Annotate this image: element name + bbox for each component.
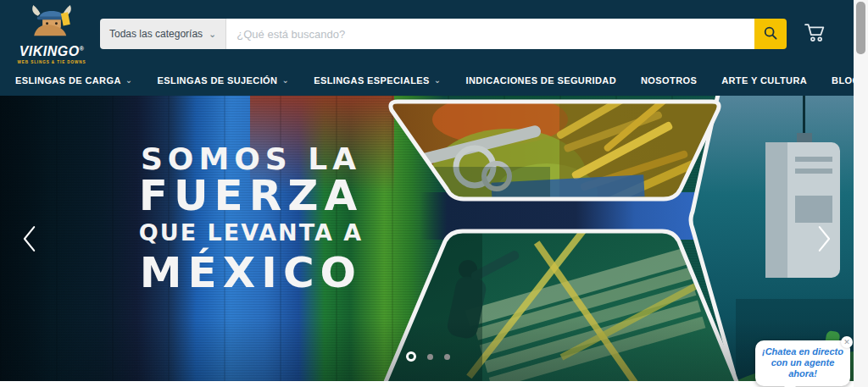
nav-item-nosotros[interactable]: NOSOTROS <box>641 75 697 86</box>
carousel-dots <box>406 351 450 362</box>
registered-mark: ® <box>80 46 85 52</box>
hero-title-line-2: FUERZA <box>108 176 393 216</box>
nav-item-eslingas-de-carga[interactable]: ESLINGAS DE CARGA ⌄ <box>15 75 133 86</box>
vikingo-homepage: VIKINGO® WEB SLINGS & TIE DOWNS Todas la… <box>0 0 868 387</box>
bottom-strip <box>0 381 854 387</box>
category-select-label: Todas las categorías <box>109 28 203 40</box>
chevron-left-icon <box>19 222 41 258</box>
nav-item-indicaciones-de-seguridad[interactable]: INDICACIONES DE SEGURIDAD <box>466 75 616 86</box>
chevron-down-icon: ⌄ <box>209 30 216 37</box>
header: VIKINGO® WEB SLINGS & TIE DOWNS Todas la… <box>0 0 854 96</box>
nav-item-eslingas-de-sujecion[interactable]: ESLINGAS DE SUJECIÓN ⌄ <box>158 75 290 86</box>
nav-label: INDICACIONES DE SEGURIDAD <box>466 75 616 86</box>
brand-wordmark: VIKINGO® <box>19 42 85 58</box>
vikingo-logo[interactable]: VIKINGO® WEB SLINGS & TIE DOWNS <box>15 3 88 64</box>
nav-label: ARTE Y CULTURA <box>721 75 807 86</box>
chevron-down-icon: ⌄ <box>281 78 289 83</box>
nav-label: ESLINGAS DE SUJECIÓN <box>158 75 278 86</box>
carousel-prev-button[interactable] <box>15 219 44 260</box>
nav-label: NOSOTROS <box>641 75 697 86</box>
nav-item-eslingas-especiales[interactable]: ESLINGAS ESPECIALES ⌄ <box>314 75 441 86</box>
chevron-right-icon <box>813 222 835 258</box>
cart-icon <box>804 22 826 46</box>
carousel-next-button[interactable] <box>810 219 838 260</box>
search-icon <box>763 25 778 43</box>
cart-button[interactable] <box>804 22 826 46</box>
chevron-down-icon: ⌄ <box>434 78 442 83</box>
search-bar: Todas las categorías ⌄ <box>100 19 787 49</box>
nav-label: ESLINGAS ESPECIALES <box>314 75 430 86</box>
carousel-dot-3[interactable] <box>444 354 450 360</box>
hero-carousel: SOMOS LA FUERZA QUE LEVANTA A MÉXICO <box>0 96 854 381</box>
chevron-down-icon: ⌄ <box>125 78 133 83</box>
header-row: VIKINGO® WEB SLINGS & TIE DOWNS Todas la… <box>0 0 854 68</box>
scrollbar-thumb[interactable] <box>856 2 865 54</box>
nav-item-arte-y-cultura[interactable]: ARTE Y CULTURA <box>721 75 807 86</box>
brand-tagline: WEB SLINGS & TIE DOWNS <box>18 60 86 64</box>
carousel-dot-2[interactable] <box>427 354 433 360</box>
page-scrollbar[interactable] <box>854 0 868 387</box>
chat-bubble[interactable]: ✕ ¡Chatea en directo con un agente ahora… <box>755 340 850 386</box>
hero-title: SOMOS LA FUERZA QUE LEVANTA A MÉXICO <box>108 142 393 296</box>
hero-title-line-4: MÉXICO <box>108 249 393 296</box>
search-button[interactable] <box>754 19 787 49</box>
hero-title-line-3: QUE LEVANTA A <box>108 216 393 249</box>
close-icon: ✕ <box>843 338 850 346</box>
category-select[interactable]: Todas las categorías ⌄ <box>100 19 226 49</box>
chat-message: ¡Chatea en directo con un agente ahora! <box>760 346 845 379</box>
viking-mascot-icon <box>27 3 76 42</box>
nav-label: ESLINGAS DE CARGA <box>15 75 121 86</box>
chat-close-button[interactable]: ✕ <box>841 336 853 348</box>
main-nav: ESLINGAS DE CARGA ⌄ ESLINGAS DE SUJECIÓN… <box>0 68 854 93</box>
search-input[interactable] <box>226 19 754 49</box>
carousel-dot-1-active[interactable] <box>406 351 416 362</box>
